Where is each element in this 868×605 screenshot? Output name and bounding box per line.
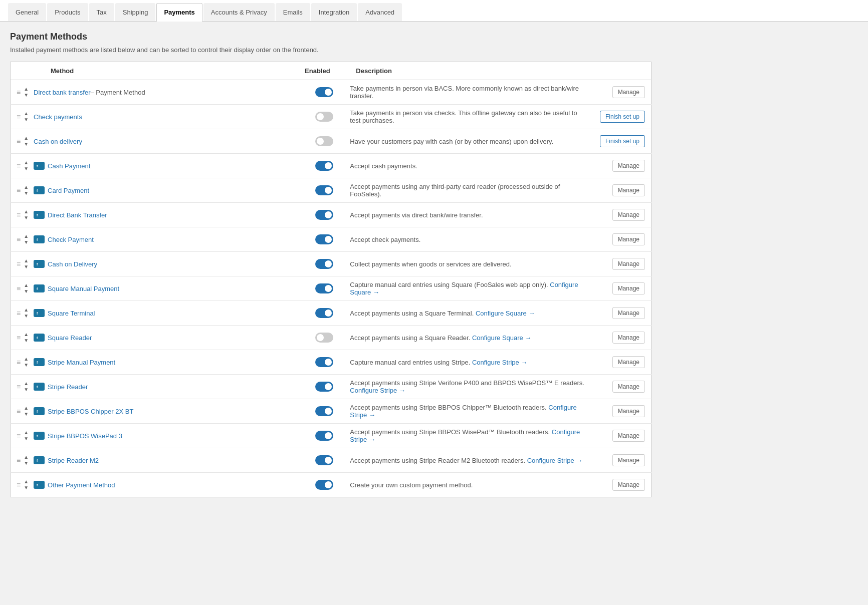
method-link[interactable]: Stripe BBPOS WisePad 3 <box>48 432 122 440</box>
method-link[interactable]: Square Reader <box>48 334 92 342</box>
drag-handle-icon[interactable]: ≡ <box>17 309 21 317</box>
move-up-button[interactable]: ▲ <box>23 479 30 485</box>
toggle-switch[interactable] <box>315 406 333 416</box>
move-up-button[interactable]: ▲ <box>23 86 30 92</box>
drag-handle-icon[interactable]: ≡ <box>17 235 21 243</box>
toggle-switch[interactable] <box>315 112 333 122</box>
tab-payments[interactable]: Payments <box>156 3 202 22</box>
move-down-button[interactable]: ▼ <box>23 141 30 147</box>
move-up-button[interactable]: ▲ <box>23 160 30 166</box>
method-link[interactable]: Stripe Manual Payment <box>48 359 115 366</box>
finish-setup-button[interactable]: Finish set up <box>600 111 645 123</box>
configure-link[interactable]: Configure Stripe → <box>527 457 583 464</box>
move-up-button[interactable]: ▲ <box>23 405 30 411</box>
method-link[interactable]: Stripe Reader M2 <box>48 457 99 464</box>
toggle-switch[interactable] <box>315 185 333 195</box>
configure-link[interactable]: Configure Stripe → <box>350 387 405 394</box>
tab-emails[interactable]: Emails <box>276 3 310 21</box>
drag-handle-icon[interactable]: ≡ <box>17 407 21 415</box>
toggle-switch[interactable] <box>315 382 333 392</box>
move-down-button[interactable]: ▼ <box>23 436 30 442</box>
drag-handle-icon[interactable]: ≡ <box>17 432 21 440</box>
move-up-button[interactable]: ▲ <box>23 282 30 288</box>
toggle-switch[interactable] <box>315 259 333 269</box>
toggle-switch[interactable] <box>315 333 333 343</box>
method-link[interactable]: Square Manual Payment <box>48 285 119 292</box>
move-down-button[interactable]: ▼ <box>23 92 30 98</box>
move-down-button[interactable]: ▼ <box>23 166 30 172</box>
move-down-button[interactable]: ▼ <box>23 362 30 368</box>
drag-handle-icon[interactable]: ≡ <box>17 211 21 219</box>
manage-button[interactable]: Manage <box>612 381 645 393</box>
toggle-switch[interactable] <box>315 308 333 318</box>
method-link[interactable]: Other Payment Method <box>48 481 115 489</box>
move-up-button[interactable]: ▲ <box>23 258 30 264</box>
move-up-button[interactable]: ▲ <box>23 184 30 190</box>
method-link[interactable]: Check payments <box>34 113 82 121</box>
move-up-button[interactable]: ▲ <box>23 307 30 313</box>
manage-button[interactable]: Manage <box>612 454 645 466</box>
configure-link[interactable]: Configure Square → <box>476 310 535 317</box>
manage-button[interactable]: Manage <box>612 282 645 294</box>
move-up-button[interactable]: ▲ <box>23 135 30 141</box>
drag-handle-icon[interactable]: ≡ <box>17 88 21 96</box>
method-link[interactable]: Cash Payment <box>48 162 90 170</box>
move-down-button[interactable]: ▼ <box>23 387 30 393</box>
move-down-button[interactable]: ▼ <box>23 485 30 491</box>
drag-handle-icon[interactable]: ≡ <box>17 113 21 121</box>
method-link[interactable]: Direct bank transfer <box>34 89 90 96</box>
move-down-button[interactable]: ▼ <box>23 215 30 221</box>
drag-handle-icon[interactable]: ≡ <box>17 186 21 194</box>
move-up-button[interactable]: ▲ <box>23 381 30 387</box>
drag-handle-icon[interactable]: ≡ <box>17 456 21 464</box>
move-down-button[interactable]: ▼ <box>23 117 30 123</box>
configure-link[interactable]: Configure Square → <box>472 334 532 342</box>
manage-button[interactable]: Manage <box>612 160 645 172</box>
manage-button[interactable]: Manage <box>612 430 645 442</box>
tab-shipping[interactable]: Shipping <box>115 3 156 21</box>
move-up-button[interactable]: ▲ <box>23 233 30 239</box>
toggle-switch[interactable] <box>315 87 333 97</box>
toggle-switch[interactable] <box>315 357 333 367</box>
move-up-button[interactable]: ▲ <box>23 332 30 338</box>
move-up-button[interactable]: ▲ <box>23 430 30 436</box>
move-down-button[interactable]: ▼ <box>23 313 30 319</box>
toggle-switch[interactable] <box>315 455 333 465</box>
toggle-switch[interactable] <box>315 234 333 244</box>
tab-general[interactable]: General <box>8 3 46 21</box>
drag-handle-icon[interactable]: ≡ <box>17 481 21 489</box>
tab-products[interactable]: Products <box>47 3 88 21</box>
drag-handle-icon[interactable]: ≡ <box>17 383 21 391</box>
tab-integration[interactable]: Integration <box>311 3 357 21</box>
move-down-button[interactable]: ▼ <box>23 239 30 245</box>
drag-handle-icon[interactable]: ≡ <box>17 358 21 366</box>
drag-handle-icon[interactable]: ≡ <box>17 334 21 342</box>
toggle-switch[interactable] <box>315 431 333 441</box>
configure-link[interactable]: Configure Square → <box>350 281 578 296</box>
move-down-button[interactable]: ▼ <box>23 190 30 196</box>
finish-setup-button[interactable]: Finish set up <box>600 135 645 147</box>
drag-handle-icon[interactable]: ≡ <box>17 260 21 268</box>
toggle-switch[interactable] <box>315 161 333 171</box>
move-down-button[interactable]: ▼ <box>23 411 30 417</box>
move-down-button[interactable]: ▼ <box>23 338 30 344</box>
method-link[interactable]: Cash on delivery <box>34 138 82 145</box>
manage-button[interactable]: Manage <box>612 332 645 344</box>
configure-link[interactable]: Configure Stripe → <box>472 359 528 366</box>
move-down-button[interactable]: ▼ <box>23 460 30 466</box>
method-link[interactable]: Direct Bank Transfer <box>48 211 107 219</box>
move-down-button[interactable]: ▼ <box>23 264 30 270</box>
method-link[interactable]: Card Payment <box>48 187 89 194</box>
manage-button[interactable]: Manage <box>612 233 645 245</box>
tab-advanced[interactable]: Advanced <box>358 3 402 21</box>
move-down-button[interactable]: ▼ <box>23 288 30 294</box>
tab-tax[interactable]: Tax <box>89 3 114 21</box>
toggle-switch[interactable] <box>315 210 333 220</box>
method-link[interactable]: Check Payment <box>48 236 94 243</box>
move-up-button[interactable]: ▲ <box>23 356 30 362</box>
method-link[interactable]: Square Terminal <box>48 310 95 317</box>
manage-button[interactable]: Manage <box>612 307 645 319</box>
manage-button[interactable]: Manage <box>612 405 645 417</box>
toggle-switch[interactable] <box>315 480 333 490</box>
drag-handle-icon[interactable]: ≡ <box>17 162 21 170</box>
